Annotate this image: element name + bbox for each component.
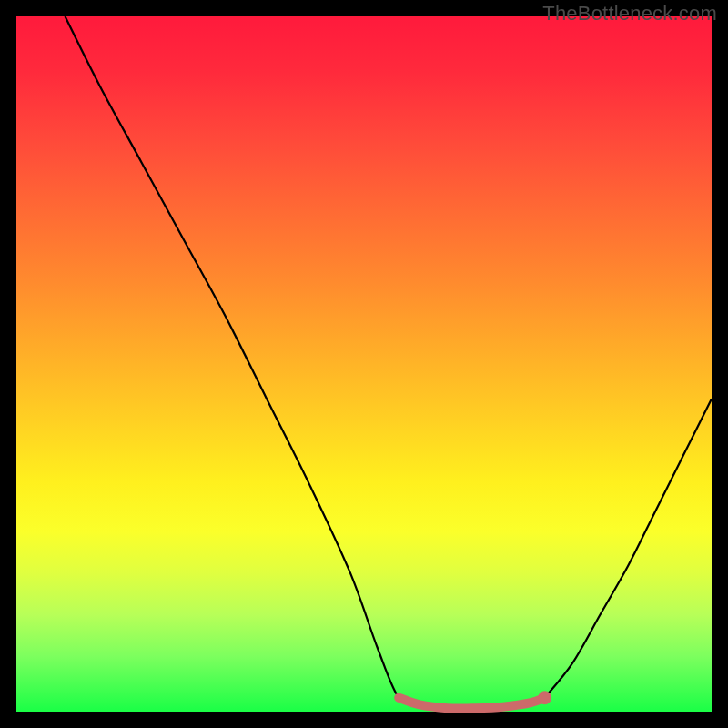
curve-right — [542, 399, 712, 700]
watermark-text: TheBottleneck.com — [542, 2, 717, 25]
chart-frame: TheBottleneck.com — [0, 0, 728, 728]
marker-dot — [539, 692, 551, 704]
curve-layer — [16, 16, 712, 712]
highlight-floor — [399, 698, 544, 709]
curve-left — [65, 16, 544, 709]
